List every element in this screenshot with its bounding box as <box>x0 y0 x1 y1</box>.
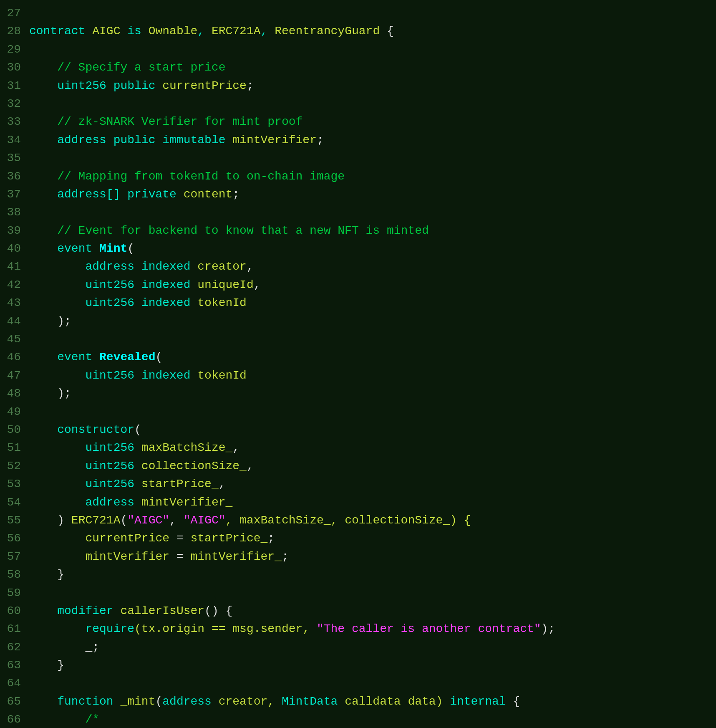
code-line: 65 function _mint(address creator, MintD… <box>0 693 716 710</box>
code-line: 66 /* <box>0 710 716 728</box>
code-line: 60 modifier callerIsUser() { <box>0 602 716 620</box>
line-number: 47 <box>4 367 29 384</box>
code-line: 53 uint256 startPrice_, <box>0 475 716 493</box>
line-content: ); <box>29 384 712 402</box>
line-content: _; <box>29 638 712 656</box>
line-number: 29 <box>4 40 29 58</box>
line-content: // zk-SNARK Verifier for mint proof <box>29 113 712 131</box>
line-number: 41 <box>4 258 29 276</box>
code-line: 27 <box>0 4 716 22</box>
line-number: 45 <box>4 330 29 348</box>
code-line: 59 <box>0 584 716 602</box>
line-content: // Event for backend to know that a new … <box>29 222 712 240</box>
code-line: 62 _; <box>0 638 716 656</box>
line-content: uint256 indexed tokenId <box>29 367 712 384</box>
code-line: 57 mintVerifier = mintVerifier_; <box>0 548 716 566</box>
code-line: 61 require(tx.origin == msg.sender, "The… <box>0 620 716 638</box>
line-content: address indexed creator, <box>29 258 712 276</box>
line-number: 55 <box>4 511 29 529</box>
line-number: 65 <box>4 693 29 710</box>
line-content <box>29 584 712 602</box>
code-line: 63 } <box>0 656 716 674</box>
line-content <box>29 4 712 22</box>
code-line: 39 // Event for backend to know that a n… <box>0 222 716 240</box>
line-number: 38 <box>4 203 29 221</box>
line-content: } <box>29 566 712 584</box>
line-number: 28 <box>4 22 29 40</box>
line-number: 39 <box>4 222 29 240</box>
line-number: 58 <box>4 566 29 584</box>
line-content: contract AIGC is Ownable, ERC721A, Reent… <box>29 22 712 40</box>
code-line: 56 currentPrice = startPrice_; <box>0 529 716 547</box>
line-content: uint256 startPrice_, <box>29 475 712 493</box>
code-line: 37 address[] private content; <box>0 185 716 203</box>
code-line: 32 <box>0 95 716 113</box>
line-number: 59 <box>4 584 29 602</box>
code-line: 35 <box>0 149 716 167</box>
line-content: /* <box>29 710 712 728</box>
line-content: modifier callerIsUser() { <box>29 602 712 620</box>
line-number: 66 <box>4 710 29 728</box>
code-line: 31 uint256 public currentPrice; <box>0 77 716 95</box>
line-number: 51 <box>4 439 29 457</box>
line-content <box>29 95 712 113</box>
line-content: uint256 maxBatchSize_, <box>29 439 712 457</box>
line-content: uint256 indexed uniqueId, <box>29 276 712 294</box>
code-line: 45 <box>0 330 716 348</box>
code-line: 29 <box>0 40 716 58</box>
line-content <box>29 330 712 348</box>
code-line: 51 uint256 maxBatchSize_, <box>0 439 716 457</box>
line-number: 54 <box>4 493 29 511</box>
line-number: 57 <box>4 548 29 566</box>
line-content: } <box>29 656 712 674</box>
line-content: address[] private content; <box>29 185 712 203</box>
line-content: event Revealed( <box>29 348 712 366</box>
code-line: 55 ) ERC721A("AIGC", "AIGC", maxBatchSiz… <box>0 511 716 529</box>
line-number: 62 <box>4 638 29 656</box>
code-line: 42 uint256 indexed uniqueId, <box>0 276 716 294</box>
line-number: 64 <box>4 674 29 692</box>
line-number: 30 <box>4 58 29 76</box>
code-line: 34 address public immutable mintVerifier… <box>0 131 716 149</box>
line-content <box>29 149 712 167</box>
line-number: 61 <box>4 620 29 638</box>
code-line: 36 // Mapping from tokenId to on-chain i… <box>0 167 716 185</box>
line-number: 52 <box>4 457 29 475</box>
line-number: 32 <box>4 95 29 113</box>
line-content: uint256 public currentPrice; <box>29 77 712 95</box>
line-number: 53 <box>4 475 29 493</box>
code-line: 50 constructor( <box>0 421 716 439</box>
line-number: 33 <box>4 113 29 131</box>
line-content <box>29 203 712 221</box>
line-number: 43 <box>4 294 29 312</box>
code-line: 64 <box>0 674 716 692</box>
line-content: // Specify a start price <box>29 58 712 76</box>
line-number: 60 <box>4 602 29 620</box>
code-line: 46 event Revealed( <box>0 348 716 366</box>
line-content: event Mint( <box>29 240 712 258</box>
code-line: 48 ); <box>0 384 716 402</box>
line-content: constructor( <box>29 421 712 439</box>
line-number: 37 <box>4 185 29 203</box>
line-content: uint256 collectionSize_, <box>29 457 712 475</box>
line-number: 46 <box>4 348 29 366</box>
code-line: 54 address mintVerifier_ <box>0 493 716 511</box>
line-number: 42 <box>4 276 29 294</box>
code-line: 49 <box>0 403 716 421</box>
line-content: address mintVerifier_ <box>29 493 712 511</box>
code-line: 52 uint256 collectionSize_, <box>0 457 716 475</box>
code-line: 28contract AIGC is Ownable, ERC721A, Ree… <box>0 22 716 40</box>
line-content: ) ERC721A("AIGC", "AIGC", maxBatchSize_,… <box>29 511 712 529</box>
line-content <box>29 674 712 692</box>
code-line: 47 uint256 indexed tokenId <box>0 367 716 384</box>
line-number: 49 <box>4 403 29 421</box>
code-line: 58 } <box>0 566 716 584</box>
line-number: 63 <box>4 656 29 674</box>
line-content <box>29 403 712 421</box>
code-line: 40 event Mint( <box>0 240 716 258</box>
line-content <box>29 40 712 58</box>
code-editor: 27 28contract AIGC is Ownable, ERC721A, … <box>0 0 716 728</box>
line-content: function _mint(address creator, MintData… <box>29 693 712 710</box>
line-number: 50 <box>4 421 29 439</box>
line-number: 31 <box>4 77 29 95</box>
